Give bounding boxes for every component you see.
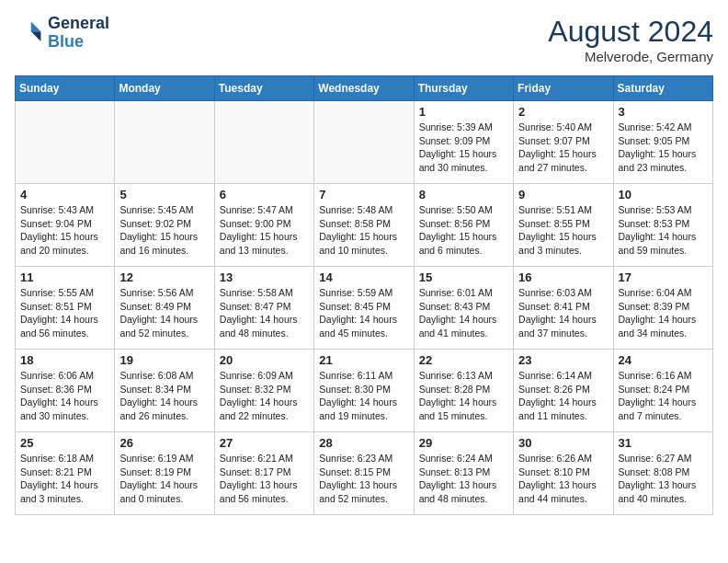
day-info: Sunrise: 5:43 AM Sunset: 9:04 PM Dayligh… (20, 203, 109, 258)
title-block: August 2024 Melverode, Germany (548, 15, 713, 64)
day-number: 17 (619, 270, 708, 284)
day-number: 29 (419, 436, 508, 450)
day-number: 12 (119, 270, 209, 284)
day-cell-4: 4Sunrise: 5:43 AM Sunset: 9:04 PM Daylig… (16, 184, 115, 267)
day-number: 15 (419, 270, 508, 284)
empty-cell (115, 101, 214, 184)
day-cell-21: 21Sunrise: 6:11 AM Sunset: 8:30 PM Dayli… (314, 350, 414, 432)
day-number: 30 (518, 436, 608, 450)
empty-cell (16, 101, 115, 184)
calendar: SundayMondayTuesdayWednesdayThursdayFrid… (15, 75, 713, 515)
day-number: 4 (20, 188, 109, 201)
day-cell-7: 7Sunrise: 5:48 AM Sunset: 8:58 PM Daylig… (314, 184, 414, 267)
day-cell-3: 3Sunrise: 5:42 AM Sunset: 9:05 PM Daylig… (613, 101, 712, 184)
day-number: 11 (20, 270, 109, 284)
day-number: 22 (419, 353, 508, 367)
day-number: 13 (220, 270, 309, 284)
day-number: 26 (119, 436, 209, 450)
day-number: 8 (419, 188, 508, 201)
day-cell-10: 10Sunrise: 5:53 AM Sunset: 8:53 PM Dayli… (613, 184, 712, 267)
day-info: Sunrise: 6:21 AM Sunset: 8:17 PM Dayligh… (220, 452, 309, 506)
week-row-1: 1Sunrise: 5:39 AM Sunset: 9:09 PM Daylig… (16, 101, 713, 184)
day-info: Sunrise: 6:19 AM Sunset: 8:19 PM Dayligh… (119, 452, 209, 506)
day-info: Sunrise: 5:58 AM Sunset: 8:47 PM Dayligh… (220, 286, 309, 340)
day-number: 31 (619, 436, 708, 450)
day-info: Sunrise: 5:53 AM Sunset: 8:53 PM Dayligh… (619, 203, 708, 258)
day-number: 19 (119, 353, 209, 367)
day-info: Sunrise: 6:01 AM Sunset: 8:43 PM Dayligh… (419, 286, 508, 340)
day-number: 5 (119, 188, 209, 201)
day-info: Sunrise: 6:06 AM Sunset: 8:36 PM Dayligh… (20, 369, 109, 423)
day-cell-17: 17Sunrise: 6:04 AM Sunset: 8:39 PM Dayli… (613, 267, 712, 350)
logo-icon (15, 18, 44, 48)
day-info: Sunrise: 5:48 AM Sunset: 8:58 PM Dayligh… (319, 203, 408, 258)
day-cell-31: 31Sunrise: 6:27 AM Sunset: 8:08 PM Dayli… (613, 432, 712, 515)
day-info: Sunrise: 6:16 AM Sunset: 8:24 PM Dayligh… (619, 369, 708, 423)
day-cell-28: 28Sunrise: 6:23 AM Sunset: 8:15 PM Dayli… (314, 432, 414, 515)
day-cell-24: 24Sunrise: 6:16 AM Sunset: 8:24 PM Dayli… (613, 350, 712, 432)
svg-marker-1 (31, 31, 41, 41)
location: Melverode, Germany (548, 49, 713, 64)
weekday-header-row: SundayMondayTuesdayWednesdayThursdayFrid… (16, 76, 713, 101)
day-cell-5: 5Sunrise: 5:45 AM Sunset: 9:02 PM Daylig… (115, 184, 214, 267)
day-cell-9: 9Sunrise: 5:51 AM Sunset: 8:55 PM Daylig… (514, 184, 613, 267)
logo-text: General Blue (48, 15, 109, 52)
day-cell-20: 20Sunrise: 6:09 AM Sunset: 8:32 PM Dayli… (214, 350, 313, 432)
weekday-header-sunday: Sunday (16, 76, 115, 101)
day-cell-22: 22Sunrise: 6:13 AM Sunset: 8:28 PM Dayli… (414, 350, 513, 432)
day-info: Sunrise: 5:56 AM Sunset: 8:49 PM Dayligh… (119, 286, 209, 340)
day-info: Sunrise: 5:51 AM Sunset: 8:55 PM Dayligh… (518, 203, 608, 258)
day-cell-1: 1Sunrise: 5:39 AM Sunset: 9:09 PM Daylig… (414, 101, 513, 184)
day-info: Sunrise: 5:42 AM Sunset: 9:05 PM Dayligh… (619, 121, 708, 175)
day-info: Sunrise: 6:24 AM Sunset: 8:13 PM Dayligh… (419, 452, 508, 506)
day-info: Sunrise: 6:18 AM Sunset: 8:21 PM Dayligh… (20, 452, 109, 506)
logo: General Blue (15, 15, 109, 52)
day-cell-18: 18Sunrise: 6:06 AM Sunset: 8:36 PM Dayli… (16, 350, 115, 432)
day-cell-27: 27Sunrise: 6:21 AM Sunset: 8:17 PM Dayli… (214, 432, 313, 515)
day-cell-14: 14Sunrise: 5:59 AM Sunset: 8:45 PM Dayli… (314, 267, 414, 350)
day-number: 28 (319, 436, 408, 450)
day-number: 14 (319, 270, 408, 284)
day-number: 21 (319, 353, 408, 367)
day-cell-29: 29Sunrise: 6:24 AM Sunset: 8:13 PM Dayli… (414, 432, 513, 515)
day-number: 10 (619, 188, 708, 201)
day-info: Sunrise: 6:14 AM Sunset: 8:26 PM Dayligh… (518, 369, 608, 423)
day-info: Sunrise: 6:27 AM Sunset: 8:08 PM Dayligh… (619, 452, 708, 506)
empty-cell (214, 101, 313, 184)
day-number: 20 (220, 353, 309, 367)
day-cell-12: 12Sunrise: 5:56 AM Sunset: 8:49 PM Dayli… (115, 267, 214, 350)
day-cell-26: 26Sunrise: 6:19 AM Sunset: 8:19 PM Dayli… (115, 432, 214, 515)
weekday-header-tuesday: Tuesday (214, 76, 313, 101)
day-cell-16: 16Sunrise: 6:03 AM Sunset: 8:41 PM Dayli… (514, 267, 613, 350)
weekday-header-friday: Friday (514, 76, 613, 101)
weekday-header-thursday: Thursday (414, 76, 513, 101)
day-number: 24 (619, 353, 708, 367)
day-number: 1 (419, 105, 508, 119)
day-info: Sunrise: 6:11 AM Sunset: 8:30 PM Dayligh… (319, 369, 408, 423)
day-cell-15: 15Sunrise: 6:01 AM Sunset: 8:43 PM Dayli… (414, 267, 513, 350)
day-info: Sunrise: 5:55 AM Sunset: 8:51 PM Dayligh… (20, 286, 109, 340)
empty-cell (314, 101, 414, 184)
day-cell-11: 11Sunrise: 5:55 AM Sunset: 8:51 PM Dayli… (16, 267, 115, 350)
day-info: Sunrise: 6:03 AM Sunset: 8:41 PM Dayligh… (518, 286, 608, 340)
svg-marker-0 (31, 21, 41, 31)
day-cell-23: 23Sunrise: 6:14 AM Sunset: 8:26 PM Dayli… (514, 350, 613, 432)
day-info: Sunrise: 5:50 AM Sunset: 8:56 PM Dayligh… (419, 203, 508, 258)
week-row-5: 25Sunrise: 6:18 AM Sunset: 8:21 PM Dayli… (16, 432, 713, 515)
day-number: 18 (20, 353, 109, 367)
day-number: 2 (518, 105, 608, 119)
day-info: Sunrise: 6:04 AM Sunset: 8:39 PM Dayligh… (619, 286, 708, 340)
day-number: 6 (220, 188, 309, 201)
week-row-3: 11Sunrise: 5:55 AM Sunset: 8:51 PM Dayli… (16, 267, 713, 350)
day-number: 23 (518, 353, 608, 367)
month-year: August 2024 (548, 15, 713, 49)
day-number: 27 (220, 436, 309, 450)
day-cell-19: 19Sunrise: 6:08 AM Sunset: 8:34 PM Dayli… (115, 350, 214, 432)
day-info: Sunrise: 5:40 AM Sunset: 9:07 PM Dayligh… (518, 121, 608, 175)
day-cell-2: 2Sunrise: 5:40 AM Sunset: 9:07 PM Daylig… (514, 101, 613, 184)
day-info: Sunrise: 5:45 AM Sunset: 9:02 PM Dayligh… (119, 203, 209, 258)
day-info: Sunrise: 5:47 AM Sunset: 9:00 PM Dayligh… (220, 203, 309, 258)
day-info: Sunrise: 6:13 AM Sunset: 8:28 PM Dayligh… (419, 369, 508, 423)
day-number: 3 (619, 105, 708, 119)
day-number: 16 (518, 270, 608, 284)
